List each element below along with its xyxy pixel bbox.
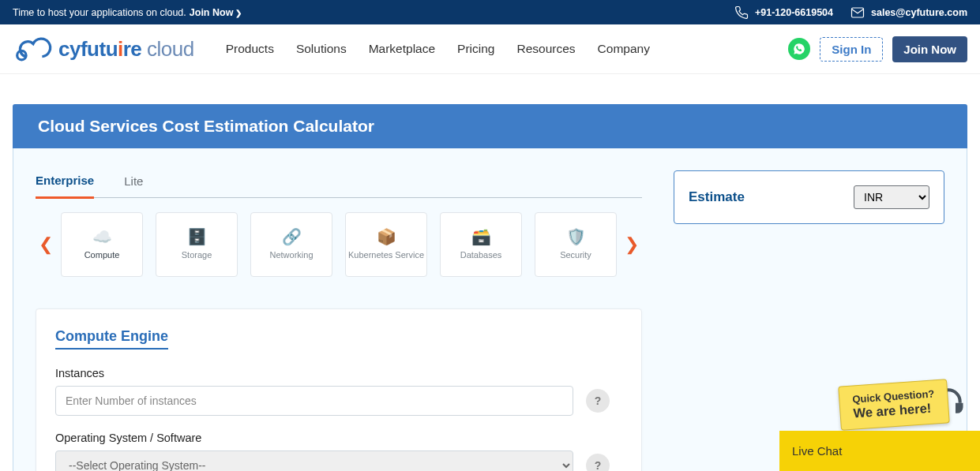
chat-bubble[interactable]: Quick Question? We are here!: [838, 379, 950, 430]
tab-enterprise[interactable]: Enterprise: [36, 170, 94, 199]
brand-text-re: re: [123, 37, 142, 61]
compute-icon: ☁️: [91, 228, 113, 245]
brand-text-u: u: [106, 37, 118, 61]
nav-solutions[interactable]: Solutions: [296, 42, 347, 56]
svg-rect-0: [852, 8, 864, 17]
instances-help[interactable]: ?: [586, 389, 610, 413]
promo-join-link[interactable]: Join Now ❯: [190, 7, 242, 18]
os-help[interactable]: ?: [586, 454, 610, 471]
live-chat-label: Live Chat: [792, 444, 842, 458]
live-chat-bar[interactable]: Live Chat: [779, 431, 980, 471]
signin-button[interactable]: Sign In: [820, 37, 883, 62]
nav-company[interactable]: Company: [598, 42, 650, 56]
mail-icon: [850, 6, 865, 20]
chevron-right-icon: ❯: [233, 9, 242, 17]
promo-join-label: Join Now: [190, 7, 234, 18]
nav-pricing[interactable]: Pricing: [457, 42, 494, 56]
databases-icon: 🗃️: [470, 228, 492, 245]
category-label: Storage: [182, 250, 212, 260]
nav-resources[interactable]: Resources: [516, 42, 575, 56]
whatsapp-icon: [793, 43, 805, 55]
promo-text: Time to host your applications on cloud.: [13, 7, 186, 18]
networking-icon: 🔗: [280, 228, 302, 245]
brand-logo[interactable]: cyfutuire cloud: [13, 35, 194, 63]
os-label: Operating System / Software: [55, 432, 610, 444]
plan-tabs: Enterprise Lite: [36, 170, 642, 198]
phone-icon: [734, 6, 749, 20]
brand-text-cloud: cloud: [141, 37, 193, 61]
email-contact[interactable]: sales@cyfuture.com: [850, 6, 967, 20]
cloud-logo-icon: [13, 35, 54, 63]
phone-contact[interactable]: +91-120-6619504: [734, 6, 833, 20]
brand-text-1: cyfut: [58, 37, 106, 61]
category-storage[interactable]: 🗄️ Storage: [156, 212, 238, 277]
category-compute[interactable]: ☁️ Compute: [61, 212, 143, 277]
category-label: Databases: [460, 250, 502, 260]
storage-icon: 🗄️: [186, 228, 208, 245]
panel-title: Compute Engine: [55, 328, 168, 350]
category-kubernetes[interactable]: 📦 Kubernetes Service: [345, 212, 427, 277]
nav-marketplace[interactable]: Marketplace: [369, 42, 435, 56]
os-select[interactable]: --Select Operating System--: [55, 450, 573, 471]
carousel-next[interactable]: ❯: [621, 231, 642, 258]
email-address: sales@cyfuture.com: [871, 7, 967, 18]
category-label: Compute: [84, 250, 120, 260]
whatsapp-button[interactable]: [788, 38, 810, 60]
category-label: Kubernetes Service: [348, 250, 424, 260]
nav-products[interactable]: Products: [226, 42, 274, 56]
page-title-banner: Cloud Services Cost Estimation Calculato…: [13, 104, 967, 148]
category-label: Security: [560, 250, 591, 260]
brand-text-i: i: [118, 37, 123, 61]
kubernetes-icon: 📦: [375, 228, 397, 245]
security-icon: 🛡️: [565, 228, 587, 245]
instances-input[interactable]: [55, 386, 573, 416]
estimate-title: Estimate: [689, 189, 745, 205]
category-label: Networking: [269, 250, 313, 260]
carousel-prev[interactable]: ❮: [36, 231, 56, 258]
instances-label: Instances: [55, 367, 610, 379]
category-security[interactable]: 🛡️ Security: [535, 212, 617, 277]
currency-select[interactable]: INR: [854, 185, 929, 209]
compute-engine-panel: Compute Engine Instances ? Operating Sys…: [36, 308, 642, 471]
join-now-button[interactable]: Join Now: [892, 36, 967, 62]
estimate-card: Estimate INR: [674, 170, 944, 224]
category-databases[interactable]: 🗃️ Databases: [440, 212, 522, 277]
tab-lite[interactable]: Lite: [124, 170, 143, 197]
phone-number: +91-120-6619504: [755, 7, 833, 18]
category-networking[interactable]: 🔗 Networking: [250, 212, 332, 277]
